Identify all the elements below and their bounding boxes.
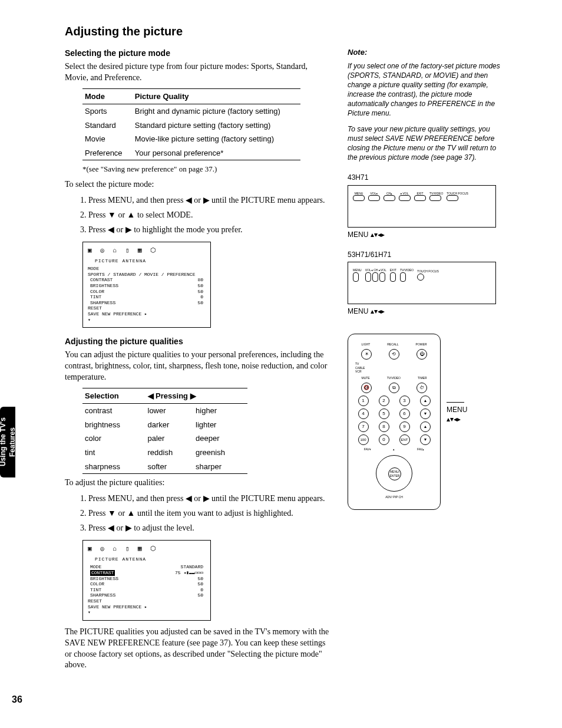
- section-heading: Selecting the picture mode: [65, 48, 330, 59]
- list-item: Press ▼ or ▲ until the item you want to …: [88, 508, 330, 519]
- body-text: The PICTURE qualities you adjusted can b…: [65, 627, 330, 671]
- table-row: contrastlowerhigher: [82, 404, 247, 418]
- osd-line: ▾: [88, 317, 206, 323]
- mode-table: Mode Picture Quality SportsBright and dy…: [82, 88, 300, 161]
- step-list: Press MENU, and then press ◀ or ▶ until …: [65, 493, 330, 534]
- note-text: To save your new picture quality setting…: [348, 124, 507, 163]
- osd-line: TINT0: [88, 294, 206, 300]
- list-item: Press MENU, and then press ◀ or ▶ until …: [88, 493, 330, 505]
- table-row: SportsBright and dynamic picture (factor…: [82, 104, 300, 118]
- side-column: Note: If you select one of the factory-s…: [348, 24, 507, 676]
- section-tab: Using the TV's Features: [0, 407, 15, 477]
- osd-line: SHARPNESS50: [88, 300, 206, 306]
- table-header: ◀ Pressing ▶: [146, 388, 248, 404]
- osd-line: RESET: [88, 305, 206, 311]
- osd-line: CONTRAST75 ◂▮▬▬▭▭▭: [88, 570, 206, 576]
- note-text: If you select one of the factory-set pic…: [348, 61, 507, 118]
- osd-line: COLOR50: [88, 289, 206, 295]
- diagram-label: 43H71: [348, 173, 507, 182]
- table-header: Picture Quality: [133, 88, 300, 104]
- main-column: Adjusting the picture Selecting the pict…: [65, 24, 330, 676]
- table-row: MovieMovie-like picture setting (factory…: [82, 132, 300, 146]
- table-header: Selection: [82, 388, 146, 404]
- osd-screenshot: ▣ ◎ ⌂ ▯ ▦ ⬡ PICTURE ANTENNA MODE SPORTS …: [82, 242, 211, 328]
- table-row: colorpalerdeeper: [82, 431, 247, 446]
- osd-icon-row: ▣ ◎ ⌂ ▯ ▦ ⬡: [88, 247, 206, 255]
- osd-line: SAVE NEW PREFERENCE ▸: [88, 604, 206, 610]
- osd-line: RESET: [88, 598, 206, 604]
- page-number: 36: [12, 693, 533, 706]
- body-text: To adjust the picture qualities:: [65, 477, 330, 489]
- diagram-caption: MENU ▴▾◂▸: [348, 230, 507, 239]
- table-row: brightnessdarkerlighter: [82, 418, 247, 432]
- remote-diagram: LIGHTRECALLPOWER ☀⟲⏻ TVCABLEVCR MUTETV/V…: [348, 334, 441, 510]
- front-panel-diagram: MENU VOL◂ CH ▸VOL EXIT TV/VIDEO TOUCH FO…: [348, 262, 496, 304]
- page-title: Adjusting the picture: [65, 24, 330, 39]
- table-row: StandardStandard picture setting (factor…: [82, 118, 300, 133]
- remote-callout: MENU ▴▾◂▸: [447, 402, 467, 424]
- note-heading: Note:: [348, 47, 507, 58]
- osd-line: BRIGHTNESS50: [88, 576, 206, 582]
- list-item: Press ◀ or ▶ to highlight the mode you p…: [88, 225, 330, 236]
- osd-line: ▾: [88, 610, 206, 615]
- osd-screenshot: ▣ ◎ ⌂ ▯ ▦ ⬡ PICTURE ANTENNA MODESTANDARD…: [82, 540, 211, 621]
- osd-line: SHARPNESS50: [88, 592, 206, 598]
- qualities-table: Selection ◀ Pressing ▶ contrastlowerhigh…: [82, 388, 247, 474]
- footnote: *(see "Saving new preference" on page 37…: [82, 164, 330, 174]
- table-row: tintreddishgreenish: [82, 446, 247, 460]
- osd-line: MODESTANDARD: [88, 564, 206, 570]
- table-row: sharpnesssoftersharper: [82, 460, 247, 474]
- osd-line: COLOR50: [88, 581, 206, 587]
- osd-tabs: PICTURE ANTENNA: [95, 556, 206, 562]
- diagram-caption: MENU ▴▾◂▸: [348, 307, 507, 316]
- diagram-label: 53H71/61H71: [348, 250, 507, 259]
- list-item: Press MENU, and then press ◀ or ▶ until …: [88, 195, 330, 206]
- osd-icon-row: ▣ ◎ ⌂ ▯ ▦ ⬡: [88, 545, 206, 553]
- front-panel-diagram: MENU VOL◂ CH▴ ▸VOL EXIT TV/VIDEO TOUCH F…: [348, 185, 496, 228]
- table-row: PreferenceYour personal preference*: [82, 146, 300, 160]
- osd-line: SAVE NEW PREFERENCE ▸: [88, 311, 206, 317]
- osd-line: SPORTS / STANDARD / MOVIE / PREFERENCE: [88, 272, 206, 278]
- table-header: Mode: [82, 88, 133, 104]
- step-list: Press MENU, and then press ◀ or ▶ until …: [65, 195, 330, 236]
- osd-line: CONTRAST80: [88, 277, 206, 283]
- body-text: Select the desired picture type from fou…: [65, 61, 330, 84]
- list-item: Press ▼ or ▲ to select MODE.: [88, 210, 330, 221]
- body-text: To select the picture mode:: [65, 179, 330, 190]
- section-heading: Adjusting the picture qualities: [65, 336, 330, 347]
- body-text: You can adjust the picture qualities to …: [65, 350, 330, 383]
- osd-tabs: PICTURE ANTENNA: [95, 258, 206, 264]
- osd-line: BRIGHTNESS50: [88, 283, 206, 289]
- osd-line: TINT0: [88, 587, 206, 593]
- osd-line: MODE: [88, 266, 206, 272]
- list-item: Press ◀ or ▶ to adjust the level.: [88, 523, 330, 534]
- dpad-icon: MENU/ ENTER: [376, 455, 412, 492]
